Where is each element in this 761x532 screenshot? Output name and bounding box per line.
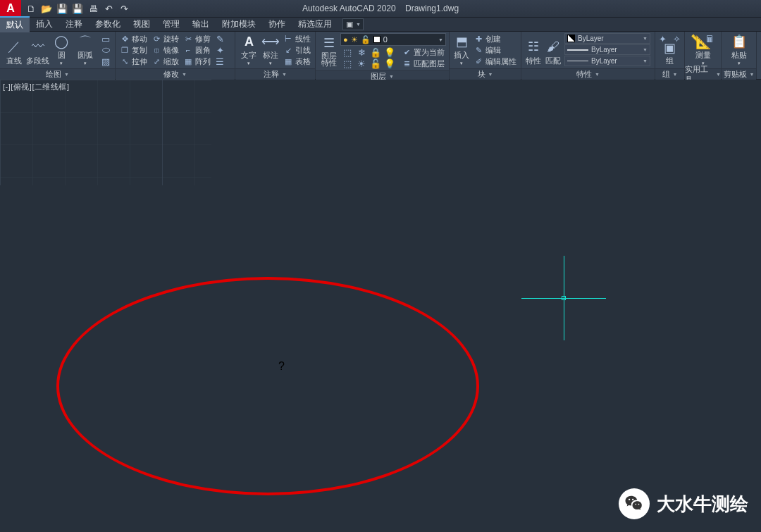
layer-props-button[interactable]: ☰ 图层 特性 (318, 33, 340, 67)
panel-modify-title[interactable]: 修改▼ (116, 68, 235, 80)
app-logo[interactable]: A (0, 0, 21, 18)
arc-label: 圆弧 (78, 50, 93, 61)
setcurrent-icon: ✔ (402, 47, 412, 57)
circle-label: 圆 (58, 50, 66, 61)
print-icon[interactable]: 🖶 (87, 3, 99, 14)
group-button[interactable]: ▣ 组 (657, 44, 683, 67)
stretch-button[interactable]: ⤡拉伸 (118, 56, 149, 67)
panel-clip-title[interactable]: 剪贴板▼ (722, 68, 756, 80)
linear-button[interactable]: ⊢线性 (281, 33, 313, 44)
rotate-button[interactable]: ⟳旋转 (149, 33, 181, 44)
tab-parametric[interactable]: 参数化 (89, 17, 127, 32)
fillet-button[interactable]: ⌐圆角 (181, 44, 213, 56)
tab-default[interactable]: 默认 (0, 16, 30, 32)
hatch-icon[interactable]: ▨ (99, 56, 113, 67)
save-icon[interactable]: 💾 (56, 3, 68, 14)
panel-props-title[interactable]: 特性▼ (521, 68, 655, 80)
line-icon: ／ (5, 37, 23, 56)
scale-button[interactable]: ⤢缩放 (149, 56, 181, 67)
copy-icon: ❐ (120, 45, 130, 55)
erase-icon[interactable]: ✎ (213, 33, 227, 44)
arc-button[interactable]: ⌒ 圆弧▾ (73, 33, 97, 67)
tab-featured[interactable]: 精选应用 (292, 17, 338, 32)
rect-icon[interactable]: ▭ (99, 33, 113, 44)
lock-icon: 🔓 (361, 35, 371, 44)
polyline-icon: 〰 (29, 37, 47, 56)
panel-draw-title[interactable]: 绘图▼ (0, 68, 115, 80)
panel-util-title[interactable]: 实用工具▼ (685, 68, 721, 80)
layer-match-button[interactable]: ≣匹配图层 (400, 58, 447, 69)
layer-thaw-icon[interactable]: ☀ (354, 58, 369, 69)
panel-group-title[interactable]: 组▼ (655, 68, 684, 80)
open-icon[interactable]: 📂 (41, 3, 52, 14)
watermark-text: 大水牛测绘 (657, 492, 748, 516)
polyline-button[interactable]: 〰 多段线 (26, 33, 50, 67)
linetype-dropdown[interactable]: ByLayer (564, 56, 650, 66)
tab-insert[interactable]: 插入 (30, 17, 59, 32)
table-button[interactable]: ▦表格 (281, 56, 313, 67)
layer-freeze-icon[interactable]: ❄ (354, 47, 369, 58)
block-edit-button[interactable]: ✎编辑 (471, 44, 519, 56)
tab-output[interactable]: 输出 (186, 17, 216, 32)
line-label: 直线 (6, 56, 22, 66)
copy-button[interactable]: ❐复制 (118, 44, 149, 56)
panel-annot-title[interactable]: 注释▼ (235, 68, 315, 80)
layer-prev-icon[interactable]: ⬚ (340, 58, 354, 69)
redo-icon[interactable]: ↷ (118, 3, 130, 14)
tab-manage[interactable]: 管理 (156, 17, 186, 32)
props-button[interactable]: ☷ 特性 (524, 33, 543, 67)
layer-dropdown[interactable]: ● ☀ 🔓 0 (340, 33, 446, 46)
table-icon: ▦ (283, 56, 293, 66)
move-button[interactable]: ✥移动 (118, 33, 149, 44)
sun-icon: ☀ (351, 35, 358, 44)
array-button[interactable]: ▦阵列 (181, 56, 213, 67)
circle-button[interactable]: ◯ 圆▾ (50, 33, 74, 67)
arc-icon: ⌒ (76, 33, 94, 50)
annotation-ellipse (56, 277, 479, 495)
dim-icon: ⟷ (261, 33, 280, 50)
view-tag[interactable]: [-][俯视][二维线框] (3, 82, 70, 92)
layer-lock-icon[interactable]: 🔒 (369, 47, 383, 58)
line-button[interactable]: ／ 直线 (2, 33, 26, 67)
panel-block-title[interactable]: 块▼ (450, 68, 521, 80)
offset-icon[interactable]: ☰ (213, 56, 227, 67)
mirror-icon: ⎅ (151, 45, 161, 55)
tab-view[interactable]: 视图 (127, 17, 156, 32)
block-editattr-icon: ✐ (474, 56, 483, 66)
paste-button[interactable]: 📋 粘贴▾ (724, 33, 754, 67)
mirror-button[interactable]: ⎅镜像 (149, 44, 181, 56)
new-icon[interactable]: 🗋 (25, 3, 37, 14)
trim-button[interactable]: ✂修剪 (181, 33, 213, 44)
layer-on-icon[interactable]: 💡 (383, 58, 397, 69)
leader-button[interactable]: ↙引线 (281, 44, 313, 56)
insert-block-icon: ⬒ (452, 33, 471, 50)
tab-collab[interactable]: 协作 (262, 17, 292, 32)
scale-icon: ⤢ (151, 56, 161, 66)
ribbon-tabs: 默认 插入 注释 参数化 视图 管理 输出 附加模块 协作 精选应用 ▣ (0, 18, 761, 32)
block-editattr-button[interactable]: ✐编辑属性 (471, 56, 519, 67)
layer-off-icon[interactable]: 💡 (383, 47, 397, 58)
app-combo[interactable]: ▣ (342, 18, 364, 30)
text-button[interactable]: A 文字▾ (237, 33, 261, 67)
layer-setcurrent-button[interactable]: ✔置为当前 (400, 47, 447, 58)
panel-draw: ／ 直线 〰 多段线 ◯ 圆▾ ⌒ 圆弧▾ ▭ ⬭ (0, 32, 116, 79)
tab-annotate[interactable]: 注释 (59, 17, 89, 32)
lineweight-dropdown[interactable]: ByLayer (564, 44, 650, 55)
dim-button[interactable]: ⟷ 标注▾ (261, 33, 281, 67)
explode-icon[interactable]: ✦ (213, 44, 227, 56)
block-create-icon: ✚ (474, 34, 483, 44)
undo-icon[interactable]: ↶ (103, 3, 114, 14)
panel-annot: A 文字▾ ⟷ 标注▾ ⊢线性 ↙引线 ▦表格 注释▼ (235, 32, 316, 79)
color-dropdown[interactable]: ByLayer (564, 33, 650, 44)
tab-addons[interactable]: 附加模块 (216, 17, 262, 32)
trim-icon: ✂ (183, 34, 193, 44)
insert-block-button[interactable]: ⬒ 插入▾ (452, 33, 471, 67)
match-props-button[interactable]: 🖌 匹配 (543, 33, 563, 67)
layer-unlock-icon[interactable]: 🔓 (369, 58, 383, 69)
saveas-icon[interactable]: 💾 (72, 3, 83, 14)
layer-iso-icon[interactable]: ⬚ (340, 47, 354, 58)
app-title: Autodesk AutoCAD 2020 Drawing1.dwg (302, 4, 459, 13)
block-create-button[interactable]: ✚创建 (471, 33, 519, 44)
ellipse-icon[interactable]: ⬭ (99, 44, 113, 56)
drawing-area[interactable]: [-][俯视][二维线框] ? 大水牛测绘 (0, 80, 761, 532)
